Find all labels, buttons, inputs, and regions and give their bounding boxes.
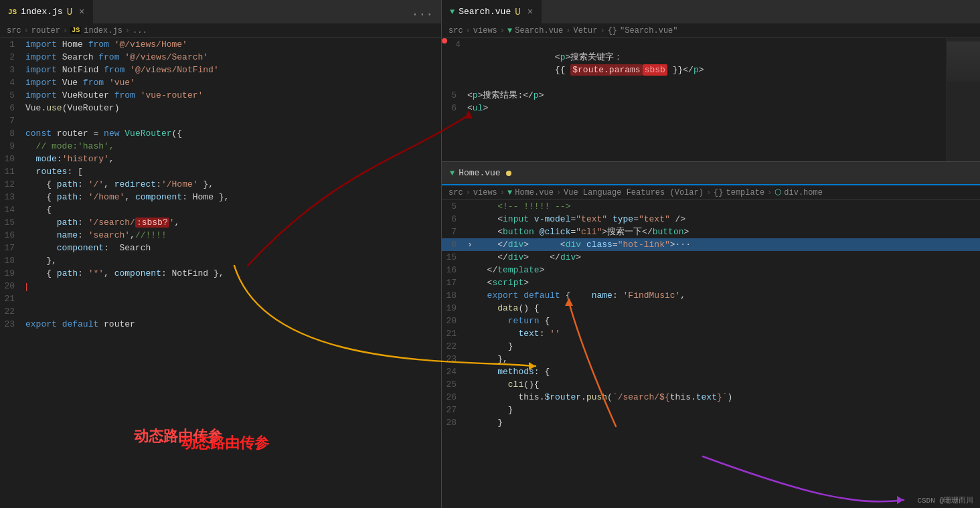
code-line: 22 } bbox=[442, 340, 980, 353]
search-vue-panel: 4 <p>搜索关键字： {{ $route.paramssbsb }}</p> … bbox=[442, 38, 980, 162]
code-line: 1 import Home from '@/views/Home' bbox=[0, 38, 441, 51]
code-line: 17 component: Search bbox=[0, 242, 441, 254]
js-icon: JS bbox=[8, 8, 17, 16]
search-vue-code[interactable]: 4 <p>搜索关键字： {{ $route.paramssbsb }}</p> … bbox=[442, 38, 980, 161]
code-line: 21 bbox=[0, 292, 441, 305]
vue-icon: ▼ bbox=[450, 7, 455, 17]
error-dot bbox=[442, 38, 447, 44]
code-line: 9 // mode:'hash', bbox=[0, 140, 441, 153]
left-breadcrumb: src › router › JS index.js › ... bbox=[0, 23, 442, 37]
tab-close-icon[interactable]: × bbox=[79, 7, 84, 17]
code-line: 6 Vue.use(VueRouter) bbox=[0, 102, 441, 114]
code-line: 12 { path: '/', redirect:'/Home' }, bbox=[0, 178, 441, 191]
code-line: 20 return { bbox=[442, 315, 980, 327]
code-line: 14 { bbox=[0, 203, 441, 216]
code-line: 21 text: '' bbox=[442, 327, 980, 340]
tab-modified: U bbox=[515, 7, 520, 17]
home-vue-code[interactable]: 5 <!-- !!!!! --> 6 <input v-model="text"… bbox=[442, 200, 980, 508]
code-line: 11 routes: [ bbox=[0, 165, 441, 178]
code-line: 25 cli(){ bbox=[442, 378, 980, 391]
code-line: 23 export default router bbox=[0, 318, 441, 331]
code-line: 4 <p>搜索关键字： {{ $route.paramssbsb }}</p> bbox=[442, 38, 943, 89]
code-line: 23 }, bbox=[442, 353, 980, 365]
code-line: 16 </template> bbox=[442, 264, 980, 276]
vue-icon-home: ▼ bbox=[450, 169, 455, 178]
watermark: CSDN @珊珊而川 bbox=[917, 495, 973, 505]
right-editor-panel: 4 <p>搜索关键字： {{ $route.paramssbsb }}</p> … bbox=[442, 38, 980, 508]
code-line: 5 import VueRouter from 'vue-router' bbox=[0, 89, 441, 102]
code-line: 3 import NotFind from '@/views/NotFind' bbox=[0, 64, 441, 76]
code-line: 10 mode:'history', bbox=[0, 153, 441, 165]
home-vue-tab[interactable]: ▼ Home.vue bbox=[442, 162, 980, 185]
code-line: 7 bbox=[0, 114, 441, 127]
code-line: 15 </div> </div> bbox=[442, 251, 980, 264]
more-tabs-button[interactable]: ... bbox=[404, 0, 441, 23]
left-code-editor[interactable]: 1 import Home from '@/views/Home' 2 impo… bbox=[0, 38, 441, 508]
tab-bar: JS index.js U × ... ▼ Search.vue U × bbox=[0, 0, 980, 23]
code-line: 8 const router = new VueRouter({ bbox=[0, 127, 441, 140]
code-line: 13 { path: '/home', component: Home }, bbox=[0, 191, 441, 203]
minimap-content bbox=[947, 41, 980, 82]
code-line: 16 name: 'search',//!!!! bbox=[0, 229, 441, 242]
code-line: 19 { path: '*', component: NotFind }, bbox=[0, 267, 441, 280]
code-line: 15 path: '/search/:sbsb?', bbox=[0, 216, 441, 229]
code-line: 5 <p>搜索结果:</p> bbox=[442, 89, 943, 102]
code-line: 2 import Search from '@/views/Search' bbox=[0, 51, 441, 64]
code-line: 19 data() { bbox=[442, 302, 980, 315]
code-line: 18 export default { name: 'FindMusic', bbox=[442, 289, 980, 302]
code-line: 18 }, bbox=[0, 254, 441, 267]
unsaved-dot bbox=[506, 171, 511, 176]
tab-close-btn[interactable]: × bbox=[527, 7, 533, 17]
left-editor-panel: 1 import Home from '@/views/Home' 2 impo… bbox=[0, 38, 442, 508]
home-vue-breadcrumb: src › views › ▼ Home.vue › Vue Language … bbox=[442, 185, 980, 200]
code-line: 24 methods: { bbox=[442, 365, 980, 378]
tab-modified: U bbox=[67, 7, 72, 17]
tab-search-vue[interactable]: ▼ Search.vue U × bbox=[442, 0, 542, 23]
right-top-breadcrumb: src › views › ▼ Search.vue › Vetur › {} … bbox=[442, 23, 980, 37]
code-line: 4 import Vue from 'vue' bbox=[0, 76, 441, 89]
code-line: 6 <input v-model="text" type="text" /> bbox=[442, 213, 980, 226]
code-line: 5 <!-- !!!!! --> bbox=[442, 200, 980, 213]
code-line-highlighted: 8 › </div> <div class="hot-link">··· bbox=[442, 238, 980, 251]
home-vue-tab-label: Home.vue bbox=[459, 168, 500, 178]
tab-index-js[interactable]: JS index.js U × bbox=[0, 0, 93, 23]
code-line: 26 this.$router.push(`/search/${this.tex… bbox=[442, 391, 980, 404]
code-line: 20 | bbox=[0, 280, 441, 292]
code-line: 27 } bbox=[442, 404, 980, 416]
tab-label: Search.vue bbox=[459, 7, 511, 17]
code-line: 7 <button @click="cli">搜索一下</button> bbox=[442, 226, 980, 238]
code-line: 17 <script> bbox=[442, 276, 980, 289]
minimap bbox=[947, 38, 980, 161]
tab-label: index.js bbox=[21, 7, 62, 17]
code-line: 28 } bbox=[442, 416, 980, 429]
code-line: 6 <ul> bbox=[442, 102, 943, 114]
code-line: 22 bbox=[0, 305, 441, 318]
